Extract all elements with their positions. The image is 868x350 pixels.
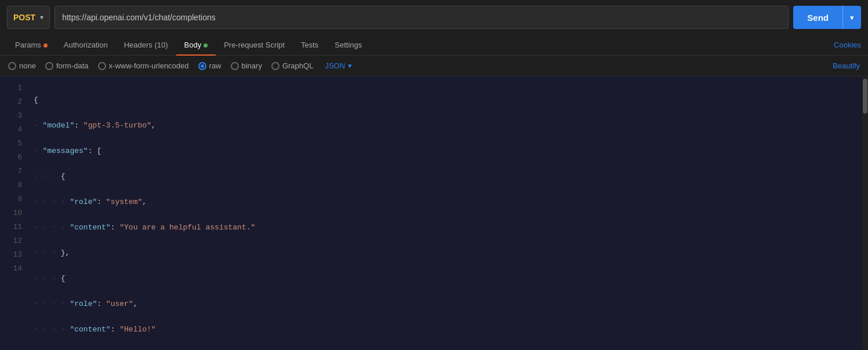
line-num-13: 13 bbox=[0, 248, 29, 262]
code-editor[interactable]: { · "model": "gpt-3.5-turbo", · "message… bbox=[29, 76, 862, 350]
cookies-link[interactable]: Cookies bbox=[834, 41, 861, 49]
tab-body-label: Body bbox=[184, 41, 202, 49]
line-num-6: 6 bbox=[0, 151, 29, 165]
line-numbers: 1 2 3 4 5 6 7 8 9 10 11 12 13 14 bbox=[0, 76, 29, 350]
option-graphql-label: GraphQL bbox=[282, 61, 313, 70]
radio-urlencoded[interactable] bbox=[98, 62, 106, 70]
tab-authorization-label: Authorization bbox=[64, 41, 108, 49]
beautify-button[interactable]: Beautify bbox=[833, 61, 860, 70]
editor-scrollbar[interactable] bbox=[862, 76, 868, 350]
line-num-4: 4 bbox=[0, 123, 29, 137]
line-num-11: 11 bbox=[0, 220, 29, 234]
option-urlencoded-label: x-www-form-urlencoded bbox=[109, 61, 189, 70]
option-raw[interactable]: raw bbox=[198, 61, 221, 70]
line-num-14: 14 bbox=[0, 262, 29, 276]
code-line-1: { bbox=[34, 94, 862, 107]
tab-params-label: Params bbox=[15, 41, 41, 49]
option-form-data[interactable]: form-data bbox=[45, 61, 89, 70]
tab-settings[interactable]: Settings bbox=[326, 35, 370, 55]
params-dot bbox=[43, 43, 48, 48]
line-num-8: 8 bbox=[0, 178, 29, 192]
radio-form-data[interactable] bbox=[45, 62, 53, 70]
line-num-2: 2 bbox=[0, 95, 29, 109]
tab-params[interactable]: Params bbox=[7, 35, 56, 55]
json-format-label: JSON bbox=[325, 61, 345, 70]
code-line-6: · · · · "content": "You are a helpful as… bbox=[34, 221, 862, 234]
tab-tests[interactable]: Tests bbox=[293, 35, 326, 55]
top-bar: POST ▾ Send ▾ bbox=[0, 0, 868, 35]
tab-headers[interactable]: Headers (10) bbox=[116, 35, 176, 55]
radio-none[interactable] bbox=[8, 62, 16, 70]
method-label: POST bbox=[13, 13, 35, 22]
method-selector[interactable]: POST ▾ bbox=[7, 6, 50, 29]
send-dropdown-button[interactable]: ▾ bbox=[842, 6, 861, 29]
url-input-wrapper bbox=[55, 6, 789, 29]
tabs-bar: Params Authorization Headers (10) Body P… bbox=[0, 35, 868, 56]
json-format-selector[interactable]: JSON ▾ bbox=[325, 61, 352, 70]
tab-settings-label: Settings bbox=[335, 41, 362, 49]
option-binary[interactable]: binary bbox=[231, 61, 262, 70]
tab-authorization[interactable]: Authorization bbox=[56, 35, 116, 55]
line-num-9: 9 bbox=[0, 192, 29, 206]
radio-binary[interactable] bbox=[231, 62, 239, 70]
line-num-1: 1 bbox=[0, 81, 29, 95]
send-btn-group: Send ▾ bbox=[793, 6, 861, 29]
line-num-7: 7 bbox=[0, 165, 29, 178]
method-chevron-icon: ▾ bbox=[40, 13, 43, 21]
code-line-10: · · · · "content": "Hello!" bbox=[34, 323, 862, 336]
line-num-3: 3 bbox=[0, 109, 29, 123]
body-dot bbox=[204, 43, 208, 48]
json-format-chevron-icon: ▾ bbox=[348, 61, 352, 70]
option-raw-label: raw bbox=[209, 61, 221, 70]
option-binary-label: binary bbox=[242, 61, 262, 70]
code-line-9: · · · · "role": "user", bbox=[34, 298, 862, 311]
line-num-5: 5 bbox=[0, 137, 29, 151]
line-num-10: 10 bbox=[0, 206, 29, 220]
option-none[interactable]: none bbox=[8, 61, 36, 70]
tab-headers-label: Headers (10) bbox=[124, 41, 168, 49]
send-button[interactable]: Send bbox=[793, 6, 842, 29]
tab-body[interactable]: Body bbox=[176, 35, 216, 55]
radio-graphql[interactable] bbox=[271, 62, 279, 70]
url-input[interactable] bbox=[62, 13, 781, 22]
line-num-12: 12 bbox=[0, 234, 29, 248]
option-form-data-label: form-data bbox=[56, 61, 89, 70]
code-line-2: · "model": "gpt-3.5-turbo", bbox=[34, 119, 862, 132]
code-line-4: · · · { bbox=[34, 170, 862, 183]
scrollbar-thumb[interactable] bbox=[863, 79, 867, 114]
editor-area: 1 2 3 4 5 6 7 8 9 10 11 12 13 14 { · "mo… bbox=[0, 76, 868, 350]
code-line-5: · · · · "role": "system", bbox=[34, 196, 862, 209]
code-line-7: · · · }, bbox=[34, 247, 862, 260]
option-urlencoded[interactable]: x-www-form-urlencoded bbox=[98, 61, 189, 70]
option-graphql[interactable]: GraphQL bbox=[271, 61, 313, 70]
code-line-8: · · · { bbox=[34, 272, 862, 285]
tab-pre-request[interactable]: Pre-request Script bbox=[216, 35, 293, 55]
body-options-bar: none form-data x-www-form-urlencoded raw… bbox=[0, 56, 868, 76]
code-line-3: · "messages": [ bbox=[34, 145, 862, 158]
tab-tests-label: Tests bbox=[301, 41, 318, 49]
tab-pre-request-label: Pre-request Script bbox=[224, 41, 285, 49]
radio-raw[interactable] bbox=[198, 62, 206, 70]
option-none-label: none bbox=[19, 61, 36, 70]
